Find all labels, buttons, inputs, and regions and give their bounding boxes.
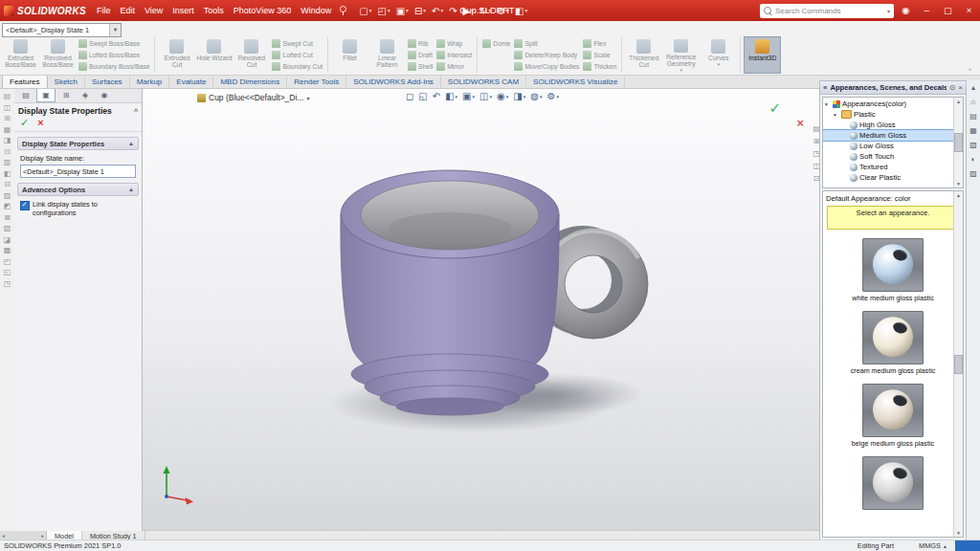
tab-evaluate[interactable]: Evaluate (169, 76, 213, 88)
left-toolbar-icon-4[interactable]: ▦ (4, 126, 11, 134)
hide-show-icon[interactable]: ◉▾ (495, 91, 510, 101)
scroll-left-icon[interactable]: ◂ (2, 533, 5, 539)
zoom-area-icon[interactable]: ◱ (416, 91, 429, 101)
redo-icon[interactable]: ↷ (446, 6, 459, 16)
previous-view-icon[interactable]: ↶ (431, 91, 442, 101)
display-manager-tab[interactable]: ◉ (96, 89, 113, 101)
appearance-thumb[interactable] (823, 456, 963, 510)
intersect-button[interactable]: Intersect (436, 50, 472, 60)
scroll-down-icon[interactable]: ▼ (956, 181, 961, 187)
tree-item-clear-plastic[interactable]: Clear Plastic (823, 172, 963, 183)
shell-button[interactable]: Shell (408, 61, 433, 72)
left-toolbar-icon-12[interactable]: ⊠ (4, 214, 11, 222)
left-toolbar-icon-6[interactable]: ⊡ (4, 148, 11, 156)
left-toolbar-icon-1[interactable]: ▤ (4, 93, 11, 100)
curves-button[interactable]: Curves▾ (700, 36, 737, 74)
cup-3d-model[interactable] (142, 88, 823, 531)
tab-mbd-dimensions[interactable]: MBD Dimensions (213, 76, 287, 88)
close-icon[interactable]: × (958, 83, 963, 92)
ok-button[interactable]: ✓ (20, 118, 29, 128)
section-view-icon[interactable]: ◧▾ (443, 91, 459, 101)
boundary-boss-base-button[interactable]: Boundary Boss/Base (78, 61, 149, 72)
left-toolbar-icon-13[interactable]: ▧ (4, 225, 11, 232)
scroll-thumb[interactable] (954, 355, 963, 374)
tree-scrollbar[interactable]: ▲ ▼ (953, 98, 963, 187)
move-copy-bodies-button[interactable]: Move/Copy Bodies (514, 61, 579, 72)
search-caret-icon[interactable]: ▾ (887, 8, 890, 14)
left-toolbar-icon-17[interactable]: ◱ (4, 269, 11, 276)
dimxpert-manager-tab[interactable]: ◈ (77, 89, 94, 101)
breadcrumb[interactable]: Cup (Blue<<Default>_Di... ▾ (197, 93, 309, 102)
search-commands-box[interactable]: Search Commands ▾ (760, 4, 894, 18)
appearance-thumb-cream-medium-gloss-plastic[interactable]: cream medium gloss plastic (823, 311, 963, 375)
link-display-states-checkbox[interactable] (20, 201, 30, 210)
fillet-button[interactable]: Fillet (331, 36, 368, 74)
zoom-fit-icon[interactable]: ◻ (404, 91, 415, 101)
tab-solidworks-add-ins[interactable]: SOLIDWORKS Add-Ins (346, 76, 441, 88)
appearance-thumb-white-medium-gloss-plastic[interactable]: white medium gloss plastic (823, 238, 963, 302)
thumbnails-scrollbar[interactable]: ▲ ▼ (953, 191, 963, 537)
scale-button[interactable]: Scale (583, 50, 616, 60)
pin-menu-icon[interactable] (340, 6, 346, 12)
tab-markup[interactable]: Markup (130, 76, 170, 88)
boundary-cut-button[interactable]: Boundary Cut (272, 61, 323, 72)
expand-caret-icon[interactable]: ▾ (825, 101, 831, 107)
new-file-icon[interactable]: ▢▾ (356, 6, 374, 16)
tree-item-soft-touch[interactable]: Soft Touch (823, 151, 963, 162)
solidworks-resources-tab[interactable]: ⌂ (971, 98, 976, 106)
tree-item-high-gloss[interactable]: High Gloss (823, 120, 963, 130)
appearance-thumb-beige-medium-gloss-plastic[interactable]: beige medium gloss plastic (823, 384, 963, 448)
scroll-up-icon[interactable]: ▲ (956, 99, 961, 104)
flex-button[interactable]: Flex (583, 38, 616, 49)
confirm-cancel-icon[interactable]: × (796, 116, 804, 130)
menu-file[interactable]: File (92, 0, 116, 21)
tab-solidworks-cam[interactable]: SOLIDWORKS CAM (441, 76, 526, 88)
left-toolbar-icon-7[interactable]: ▥ (4, 159, 11, 166)
tree-item-appearances-color[interactable]: ▾Appearances(color) (823, 99, 963, 109)
save-icon[interactable]: ▣▾ (393, 6, 412, 16)
tab-features[interactable]: Features (2, 75, 48, 88)
collapse-chevrons-icon[interactable]: « (823, 83, 827, 92)
print-icon[interactable]: ⊟▾ (412, 6, 429, 16)
view-orientation-icon[interactable]: ▣▾ (460, 91, 477, 101)
file-explorer-tab[interactable]: ▦ (969, 126, 977, 135)
edit-appearance-icon[interactable]: ◨▾ (511, 91, 527, 101)
lofted-boss-base-button[interactable]: Lofted Boss/Base (78, 50, 149, 60)
tree-item-medium-gloss[interactable]: Medium Gloss (823, 130, 963, 141)
graphics-viewport[interactable]: Cup (Blue<<Default>_Di... ▾ ◻◱↶◧▾▣▾◫▾◉▾◨… (142, 88, 823, 531)
confirm-ok-icon[interactable]: ✓ (768, 99, 781, 117)
left-toolbar-icon-10[interactable]: ▨ (4, 192, 11, 200)
lofted-cut-button[interactable]: Lofted Cut (272, 50, 323, 60)
help-pushpin-icon[interactable]: ^ (134, 108, 138, 115)
linear-pattern-button[interactable]: Linear Pattern (368, 36, 406, 74)
appearances-tab[interactable]: ◐ (971, 155, 976, 164)
menu-photoview-360[interactable]: PhotoView 360 (229, 0, 296, 21)
property-manager-tab[interactable]: ▣ (36, 88, 56, 102)
left-toolbar-icon-9[interactable]: ⊟ (4, 181, 11, 188)
menu-tools[interactable]: Tools (199, 0, 229, 21)
left-toolbar-icon-2[interactable]: ◫ (4, 104, 11, 112)
display-state-name-input[interactable]: <Default>_Display State 1 (20, 165, 136, 178)
display-style-icon[interactable]: ◫▾ (478, 91, 494, 101)
menu-window[interactable]: Window (296, 0, 336, 21)
left-toolbar-icon-5[interactable]: ◨ (4, 137, 11, 144)
reference-geometry-button[interactable]: Reference Geometry▾ (662, 36, 700, 74)
search-input[interactable]: Search Commands (775, 7, 883, 15)
split-button[interactable]: Split (514, 38, 579, 49)
view-settings-icon[interactable]: ⚙▾ (546, 91, 561, 101)
expand-caret-icon[interactable]: ▾ (834, 112, 839, 118)
menu-insert[interactable]: Insert (167, 0, 199, 21)
feature-manager-tab[interactable]: ▤ (17, 89, 34, 101)
view-palette-tab[interactable]: ▧ (969, 141, 977, 149)
left-toolbar-icon-3[interactable]: ⊞ (4, 115, 11, 122)
menu-view[interactable]: View (140, 0, 167, 21)
rib-button[interactable]: Rib (408, 38, 433, 49)
left-toolbar-icon-15[interactable]: ▩ (4, 247, 11, 254)
thicken-button[interactable]: Thicken (583, 61, 616, 72)
revolved-cut-button[interactable]: Revolved Cut (233, 36, 270, 74)
document-title-caret-icon[interactable]: ▾ (518, 0, 521, 21)
ribbon-collapse-icon[interactable]: ^ (969, 67, 971, 74)
left-toolbar-icon-14[interactable]: ◪ (4, 236, 11, 244)
scroll-up-icon[interactable]: ▴ (971, 83, 975, 92)
tab-render-tools[interactable]: Render Tools (287, 76, 346, 88)
